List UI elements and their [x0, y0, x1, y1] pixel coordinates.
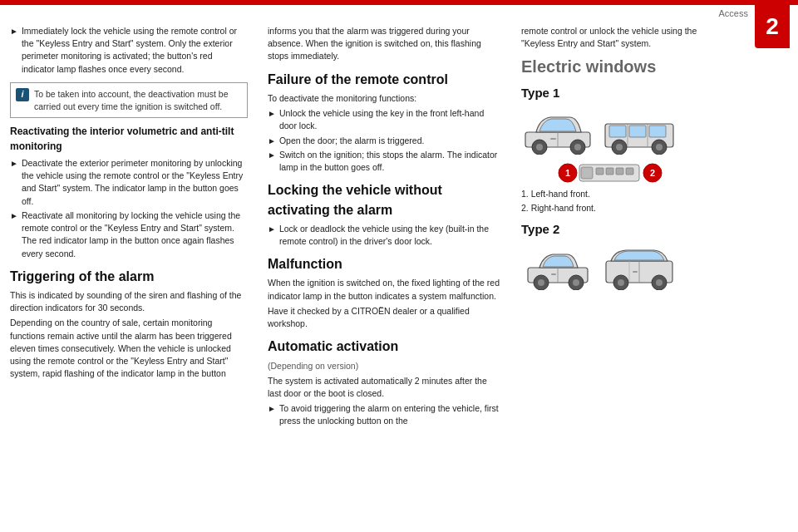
svg-text:1: 1	[564, 168, 569, 178]
para-cont-right: remote control or unlock the vehicle usi…	[521, 25, 698, 50]
info-box-text: To be taken into account, the deactivati…	[34, 89, 228, 111]
para6-text: To deactivate the monitoring functions:	[268, 92, 501, 105]
arrow2-text: Open the door; the alarm is triggered.	[279, 135, 425, 148]
svg-point-2	[536, 144, 543, 150]
para7-text: When the ignition is switched on, the fi…	[268, 277, 501, 302]
svg-point-36	[618, 279, 624, 286]
arrow-icon-6: ►	[268, 150, 276, 174]
para5-text: Depending on the country of sale, certai…	[10, 317, 248, 380]
svg-rect-41	[633, 271, 638, 273]
arrow-icon-7: ►	[268, 224, 276, 248]
para2-text: Deactivate the exterior perimeter monito…	[22, 157, 248, 208]
section4-heading: Locking the vehicle without activating t…	[268, 180, 501, 219]
para1-text: Immediately lock the vehicle using the r…	[22, 25, 248, 76]
svg-rect-21	[596, 168, 603, 175]
para3-text: Reactivate all monitoring by locking the…	[22, 209, 248, 260]
header-title: Access	[719, 8, 748, 18]
svg-point-14	[656, 144, 663, 150]
para-cont-text: informs you that the alarm was triggered…	[268, 25, 501, 63]
svg-point-29	[538, 279, 544, 286]
top-bar	[0, 0, 798, 5]
type1-cars	[521, 109, 698, 155]
type1-heading: Type 1	[521, 84, 698, 102]
svg-rect-23	[616, 168, 623, 175]
svg-rect-24	[626, 168, 633, 175]
arrow-icon-5: ►	[268, 135, 276, 148]
arrow1-item: ► Unlock the vehicle using the key in th…	[268, 107, 501, 132]
para4-text: This is indicated by sounding of the sir…	[10, 289, 248, 314]
numbered-list: 1. Left-hand front. 2. Right-hand front.	[521, 188, 698, 214]
para2-item: ► Deactivate the exterior perimeter moni…	[10, 157, 248, 208]
right-column: remote control or unlock the vehicle usi…	[511, 18, 748, 532]
section3-heading: Failure of the remote control	[268, 70, 501, 89]
info-box: i To be taken into account, the deactiva…	[10, 82, 248, 118]
svg-rect-10	[649, 126, 666, 137]
svg-point-38	[656, 279, 663, 286]
section1-heading: Reactivating the interior volumetric and…	[10, 125, 248, 154]
arrow3-text: Switch on the ignition; this stops the a…	[279, 149, 501, 174]
type1-car2-svg	[603, 109, 677, 155]
svg-rect-33	[551, 273, 556, 275]
type2-car2-svg	[603, 244, 677, 290]
button-strip-svg: 1 2	[556, 161, 664, 185]
arrow3-item: ► Switch on the ignition; this stops the…	[268, 149, 501, 174]
para9-text: (Depending on version)	[268, 360, 501, 372]
arrow-icon-1: ►	[10, 26, 18, 76]
arrow4-text: Lock or deadlock the vehicle using the k…	[279, 223, 501, 248]
button-strip-row: 1 2	[521, 161, 698, 185]
arrow4-item: ► Lock or deadlock the vehicle using the…	[268, 223, 501, 248]
arrow5-text: To avoid triggering the alarm on enterin…	[279, 402, 501, 427]
svg-rect-6	[550, 138, 556, 140]
arrow-icon-8: ►	[268, 403, 276, 427]
svg-point-12	[616, 144, 623, 150]
section2-heading: Triggering of the alarm	[10, 267, 248, 286]
svg-text:2: 2	[649, 168, 654, 178]
svg-rect-8	[609, 126, 626, 137]
list-item-2: 2. Right-hand front.	[521, 202, 698, 214]
left-column: ► Immediately lock the vehicle using the…	[0, 18, 258, 532]
type1-car1-svg	[521, 109, 596, 155]
mid-column: informs you that the alarm was triggered…	[258, 18, 511, 532]
section6-heading: Automatic activation	[268, 337, 501, 356]
list-item-1: 1. Left-hand front.	[521, 188, 698, 200]
arrow-icon-2: ►	[10, 158, 18, 208]
svg-rect-9	[629, 126, 646, 137]
para1-item: ► Immediately lock the vehicle using the…	[10, 25, 248, 76]
svg-rect-22	[606, 168, 613, 175]
svg-point-31	[573, 279, 579, 286]
arrow-icon-4: ►	[268, 108, 276, 132]
section5-heading: Malfunction	[268, 254, 501, 273]
svg-point-4	[574, 144, 581, 150]
para8-text: Have it checked by a CITROËN dealer or a…	[268, 305, 501, 330]
info-icon: i	[16, 88, 29, 101]
electric-windows-heading: Electric windows	[521, 55, 698, 79]
main-content: ► Immediately lock the vehicle using the…	[0, 18, 798, 532]
type2-cars	[521, 244, 698, 290]
svg-rect-20	[581, 167, 593, 179]
type2-heading: Type 2	[521, 220, 698, 239]
para3-item: ► Reactivate all monitoring by locking t…	[10, 209, 248, 260]
arrow1-text: Unlock the vehicle using the key in the …	[279, 107, 501, 132]
arrow5-item: ► To avoid triggering the alarm on enter…	[268, 402, 501, 427]
para10-text: The system is activated automatically 2 …	[268, 375, 501, 400]
type2-car1-svg	[521, 244, 596, 290]
arrow2-item: ► Open the door; the alarm is triggered.	[268, 135, 501, 148]
arrow-icon-3: ►	[10, 210, 18, 260]
